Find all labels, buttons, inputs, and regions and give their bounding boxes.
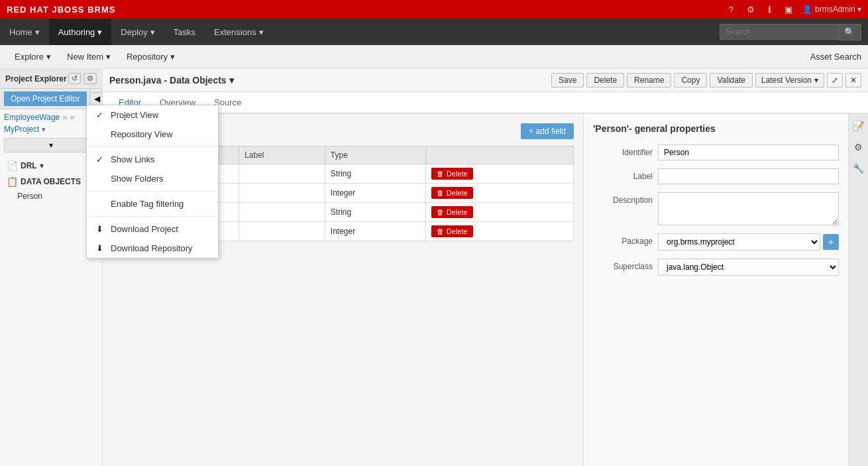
- package-icon-btn[interactable]: ▣: [781, 3, 796, 16]
- chevron-down-icon: ▾: [814, 76, 818, 85]
- nav-explore[interactable]: Explore ▾: [7, 45, 59, 68]
- menu-divider-1: [87, 146, 218, 147]
- field-action-2: 🗑 Delete: [425, 184, 573, 203]
- col-label: Label: [239, 146, 325, 164]
- nav-extensions[interactable]: Extensions ▾: [205, 19, 273, 45]
- search-button[interactable]: 🔍: [839, 24, 861, 40]
- menu-show-folders[interactable]: Show Folders: [87, 169, 218, 188]
- properties-panel: 'Person'- general properties Identifier …: [583, 114, 848, 466]
- prop-textarea-description[interactable]: [658, 192, 839, 225]
- menu-divider-3: [87, 216, 218, 217]
- nav-items: Home ▾ Authoring ▾ Deploy ▾ Tasks Extens…: [0, 19, 273, 45]
- field-type-2: Integer: [325, 184, 425, 203]
- sidebar-config-icon-btn[interactable]: ⚙: [851, 139, 867, 155]
- chevron-down-icon: ▾: [42, 125, 46, 134]
- rename-button[interactable]: Rename: [627, 73, 671, 87]
- menu-divider-2: [87, 191, 218, 192]
- user-label: brmsAdmin ▾: [815, 5, 861, 14]
- field-label-2: [239, 184, 325, 203]
- editor-actions: Save Delete Rename Copy Validate Latest …: [551, 73, 861, 87]
- trash-icon: 🗑: [437, 227, 444, 235]
- search-input[interactable]: [720, 24, 839, 40]
- sidebar-editor-icon-btn[interactable]: 📝: [851, 118, 867, 134]
- delete-button[interactable]: Delete: [586, 73, 624, 87]
- download-icon: ⬇: [96, 243, 105, 253]
- chevron-down-icon: ▾: [229, 75, 234, 86]
- menu-download-repository[interactable]: ⬇ Download Repository: [87, 239, 218, 258]
- field-action-4: 🗑 Delete: [425, 222, 573, 241]
- settings-panel-icon-btn[interactable]: ⚙: [83, 73, 97, 84]
- prop-select-superclass[interactable]: java.lang.Object: [658, 259, 839, 276]
- collapse-panel-btn[interactable]: ◀: [89, 92, 103, 105]
- menu-download-project[interactable]: ⬇ Download Project: [87, 219, 218, 239]
- prop-select-package-row: org.brms.myproject +: [658, 233, 839, 251]
- prop-row-superclass: Superclass java.lang.Object: [593, 259, 839, 276]
- person-tree-item[interactable]: Person: [4, 190, 98, 203]
- breadcrumb-separator2: »: [70, 112, 75, 122]
- delete-row-1-btn[interactable]: 🗑 Delete: [431, 168, 473, 180]
- prop-input-identifier[interactable]: [658, 145, 839, 160]
- delete-row-4-btn[interactable]: 🗑 Delete: [431, 225, 473, 237]
- copy-button[interactable]: Copy: [674, 73, 707, 87]
- drl-item[interactable]: 📄 DRL ▾: [4, 158, 98, 174]
- refresh-icon-btn[interactable]: ↺: [68, 73, 81, 84]
- nav-repository[interactable]: Repository ▾: [119, 45, 183, 68]
- delete-row-2-btn[interactable]: 🗑 Delete: [431, 187, 473, 199]
- sidebar-gear-icon-btn[interactable]: 🔧: [851, 160, 867, 176]
- delete-row-3-btn[interactable]: 🗑 Delete: [431, 206, 473, 218]
- close-editor-btn[interactable]: ✕: [845, 73, 861, 87]
- add-field-btn[interactable]: + add field: [521, 123, 574, 139]
- chevron-down-icon: ▾: [40, 161, 44, 170]
- prop-add-package-btn[interactable]: +: [823, 234, 839, 250]
- expand-tree-btn[interactable]: ▾: [4, 138, 98, 152]
- prop-row-package: Package org.brms.myproject +: [593, 233, 839, 251]
- info-icon-btn[interactable]: ℹ: [765, 3, 775, 16]
- project-explorer-title: Project Explorer: [5, 74, 67, 84]
- menu-project-view[interactable]: ✓ Project View: [87, 105, 218, 125]
- left-panel-header: Project Explorer ↺ ⚙: [0, 69, 102, 89]
- asset-search-link[interactable]: Asset Search: [810, 52, 861, 62]
- expand-editor-btn[interactable]: ⤢: [827, 73, 843, 87]
- data-objects-item[interactable]: 📋 DATA OBJECTS: [4, 174, 98, 190]
- right-sidebar: 📝 ⚙ 🔧: [848, 114, 868, 466]
- user-icon: 👤: [802, 5, 812, 14]
- chevron-down-icon: ▾: [259, 27, 264, 37]
- help-icon-btn[interactable]: ?: [726, 3, 737, 16]
- nav-search: 🔍: [720, 24, 861, 40]
- user-menu-btn[interactable]: 👤 brmsAdmin ▾: [802, 5, 861, 14]
- menu-enable-tag-filtering[interactable]: Enable Tag filtering: [87, 194, 218, 213]
- chevron-down-icon: ▾: [106, 52, 111, 62]
- secondary-nav: Explore ▾ New Item ▾ Repository ▾ Asset …: [0, 45, 868, 69]
- repository-dropdown-menu: ✓ Project View Repository View ✓ Show Li…: [86, 105, 219, 259]
- field-label-1: [239, 164, 325, 184]
- chevron-down-icon: ▾: [170, 52, 175, 62]
- nav-home[interactable]: Home ▾: [0, 19, 49, 45]
- trash-icon: 🗑: [437, 170, 444, 178]
- main-layout: Project Explorer ↺ ⚙ Open Project Editor…: [0, 69, 868, 466]
- panel-header-icons: ↺ ⚙: [68, 73, 97, 84]
- prop-row-label: Label: [593, 168, 839, 184]
- properties-title: 'Person'- general properties: [593, 123, 839, 134]
- breadcrumb-employee[interactable]: EmployeeWage: [4, 113, 60, 122]
- download-icon: ⬇: [96, 224, 105, 234]
- settings-icon-btn[interactable]: ⚙: [743, 3, 758, 16]
- data-icon: 📋: [7, 176, 18, 187]
- nav-new-item[interactable]: New Item ▾: [59, 45, 119, 68]
- save-button[interactable]: Save: [551, 73, 584, 87]
- nav-tasks[interactable]: Tasks: [164, 19, 205, 45]
- prop-row-identifier: Identifier: [593, 145, 839, 160]
- col-type: Type: [325, 146, 425, 164]
- prop-input-label[interactable]: [658, 168, 839, 184]
- chevron-down-icon: ▾: [46, 52, 51, 62]
- nav-deploy[interactable]: Deploy ▾: [111, 19, 164, 45]
- validate-button[interactable]: Validate: [710, 73, 752, 87]
- nav-authoring[interactable]: Authoring ▾: [49, 19, 112, 45]
- top-bar-right: ? ⚙ ℹ ▣ 👤 brmsAdmin ▾: [726, 3, 861, 16]
- menu-show-links[interactable]: ✓ Show Links: [87, 150, 218, 169]
- prop-select-package[interactable]: org.brms.myproject: [658, 233, 820, 251]
- menu-repository-view[interactable]: Repository View: [87, 125, 218, 144]
- open-project-editor-btn[interactable]: Open Project Editor: [4, 91, 87, 106]
- chevron-down-icon: ▾: [150, 27, 155, 37]
- breadcrumb-project[interactable]: MyProject: [4, 125, 39, 134]
- version-dropdown[interactable]: Latest Version ▾: [755, 73, 824, 87]
